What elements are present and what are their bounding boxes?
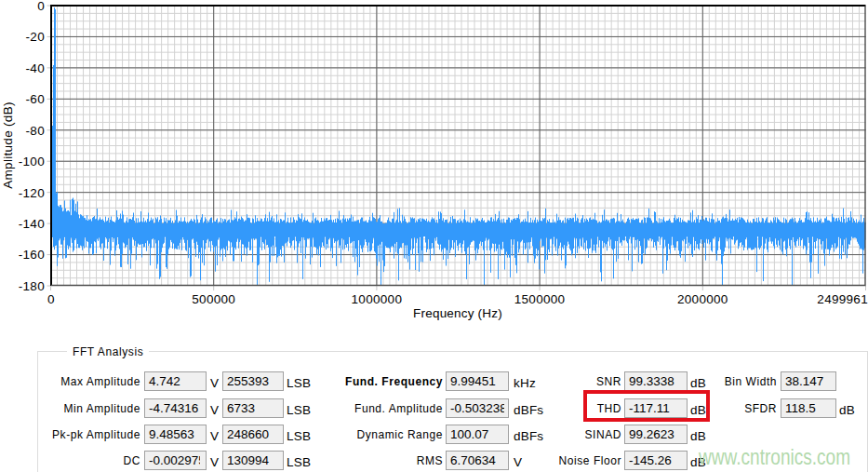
- svg-text:-120: -120: [19, 186, 45, 200]
- svg-text:Frequency (Hz): Frequency (Hz): [413, 306, 502, 320]
- svg-text:1500000: 1500000: [514, 292, 566, 306]
- svg-text:-100: -100: [19, 155, 45, 169]
- svg-text:-160: -160: [19, 248, 45, 262]
- svg-text:500000: 500000: [192, 292, 235, 306]
- svg-text:Amplitude (dB): Amplitude (dB): [1, 101, 15, 189]
- svg-text:1000000: 1000000: [352, 292, 403, 306]
- svg-text:-40: -40: [26, 61, 45, 75]
- svg-text:2000000: 2000000: [677, 292, 728, 306]
- svg-text:-180: -180: [19, 279, 45, 293]
- svg-text:-80: -80: [26, 124, 45, 138]
- svg-text:0: 0: [47, 292, 55, 306]
- svg-text:-60: -60: [26, 92, 45, 106]
- svg-text:-140: -140: [19, 217, 45, 231]
- svg-text:-20: -20: [26, 30, 45, 44]
- svg-text:0: 0: [37, 0, 45, 13]
- svg-text:2499961: 2499961: [817, 292, 868, 306]
